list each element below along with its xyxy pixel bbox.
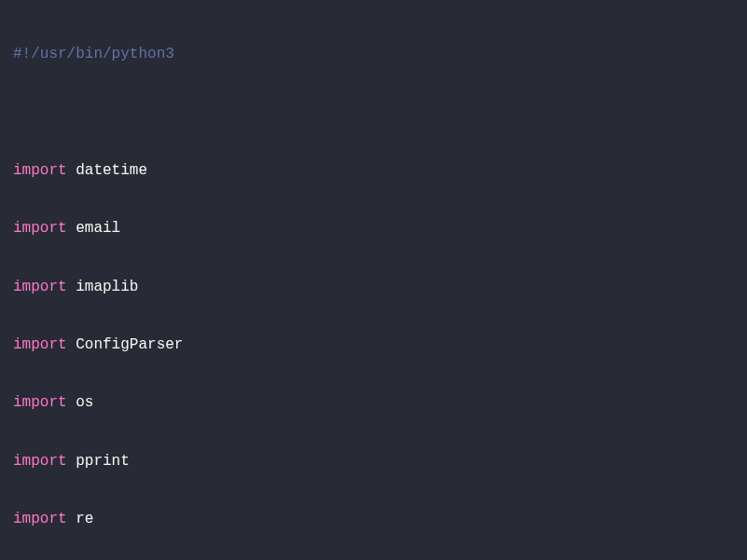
code-line: import os	[13, 389, 734, 417]
keyword-import: import	[13, 511, 67, 527]
blank-line	[13, 99, 734, 128]
module-name: email	[67, 220, 121, 237]
module-name: ConfigParser	[67, 336, 184, 353]
module-name: os	[67, 394, 94, 411]
keyword-import: import	[13, 453, 67, 470]
code-line: import pprint	[13, 447, 734, 476]
shebang-comment: #!/usr/bin/python3	[13, 46, 174, 62]
code-line: import ConfigParser	[13, 331, 734, 360]
code-editor: #!/usr/bin/python3 import datetime impor…	[0, 0, 747, 560]
module-name: datetime	[67, 162, 147, 179]
code-line: #!/usr/bin/python3	[13, 40, 734, 69]
keyword-import: import	[13, 336, 67, 353]
keyword-import: import	[13, 394, 67, 411]
code-line: import re	[13, 505, 734, 534]
keyword-import: import	[13, 162, 67, 179]
code-line: import datetime	[13, 157, 734, 185]
keyword-import: import	[13, 279, 67, 295]
module-name: re	[67, 511, 94, 527]
module-name: imaplib	[67, 279, 139, 295]
module-name: pprint	[67, 453, 130, 470]
code-line: import imaplib	[13, 273, 734, 302]
keyword-import: import	[13, 220, 67, 237]
code-line: import email	[13, 214, 734, 243]
